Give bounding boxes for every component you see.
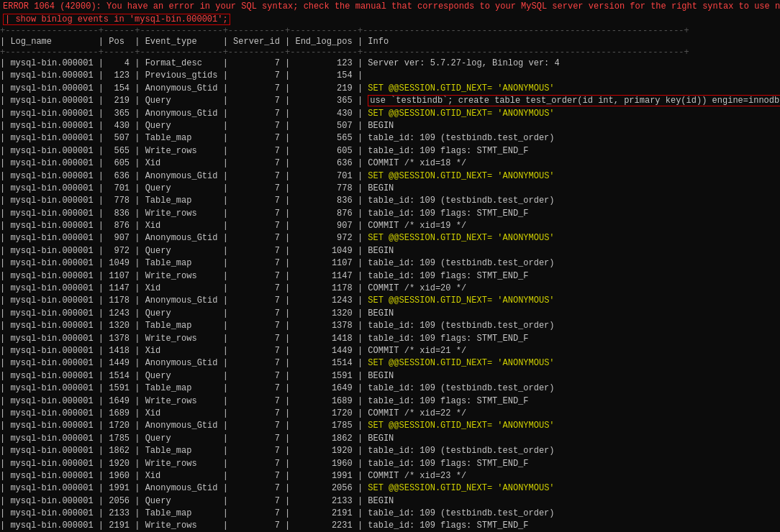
table-section: +------------------+------+-------------…: [0, 26, 780, 532]
table-row: | mysql-bin.000001 | 1920 | Write_rows |…: [0, 458, 780, 470]
table-row: | mysql-bin.000001 | 1591 | Table_map | …: [0, 382, 780, 395]
table-row: | mysql-bin.000001 | 1862 | Table_map | …: [0, 445, 780, 457]
error-line-2: | show binlog events in 'mysql-bin.00000…: [0, 13, 780, 26]
table-row: | mysql-bin.000001 | 1178 | Anonymous_Gt…: [0, 295, 780, 307]
table-row: | mysql-bin.000001 | 1960 | Xid | 7 | 19…: [0, 470, 780, 482]
table-row: | mysql-bin.000001 | 636 | Anonymous_Gti…: [0, 170, 780, 183]
table-row: | mysql-bin.000001 | 1107 | Write_rows |…: [0, 270, 780, 283]
table-row: | mysql-bin.000001 | 430 | Query | 7 | 5…: [0, 120, 780, 132]
table-row: | mysql-bin.000001 | 605 | Xid | 7 | 636…: [0, 157, 780, 170]
table-row: | mysql-bin.000001 | 565 | Write_rows | …: [0, 145, 780, 157]
table-row: | mysql-bin.000001 | 1378 | Write_rows |…: [0, 333, 780, 345]
table-row: | mysql-bin.000001 | 701 | Query | 7 | 7…: [0, 183, 780, 195]
table-row: | mysql-bin.000001 | 2133 | Table_map | …: [0, 508, 780, 520]
table-divider-top: +------------------+------+-------------…: [0, 26, 780, 36]
table-row: | mysql-bin.000001 | 1514 | Query | 7 | …: [0, 370, 780, 382]
table-row: | mysql-bin.000001 | 1649 | Write_rows |…: [0, 395, 780, 408]
error-section: ERROR 1064 (42000): You have an error in…: [0, 0, 780, 26]
table-row: | mysql-bin.000001 | 972 | Query | 7 | 1…: [0, 245, 780, 257]
table-row: | mysql-bin.000001 | 1049 | Table_map | …: [0, 257, 780, 270]
table-row: | mysql-bin.000001 | 4 | Format_desc | 7…: [0, 58, 780, 70]
table-row: | mysql-bin.000001 | 1785 | Query | 7 | …: [0, 433, 780, 445]
table-row: | mysql-bin.000001 | 1418 | Xid | 7 | 14…: [0, 345, 780, 357]
table-row: | mysql-bin.000001 | 1991 | Anonymous_Gt…: [0, 482, 780, 495]
table-row: | mysql-bin.000001 | 876 | Xid | 7 | 907…: [0, 220, 780, 232]
table-row: | mysql-bin.000001 | 154 | Anonymous_Gti…: [0, 83, 780, 95]
table-row: | mysql-bin.000001 | 1689 | Xid | 7 | 17…: [0, 408, 780, 420]
table-row: | mysql-bin.000001 | 1147 | Xid | 7 | 11…: [0, 283, 780, 295]
table-row: | mysql-bin.000001 | 1320 | Table_map | …: [0, 320, 780, 332]
table-row: | mysql-bin.000001 | 219 | Query | 7 | 3…: [0, 95, 780, 107]
table-row: | mysql-bin.000001 | 907 | Anonymous_Gti…: [0, 232, 780, 244]
table-divider-header: +------------------+------+-------------…: [0, 47, 780, 58]
table-row: | mysql-bin.000001 | 778 | Table_map | 7…: [0, 195, 780, 207]
table-row: | mysql-bin.000001 | 507 | Table_map | 7…: [0, 132, 780, 145]
table-row: | mysql-bin.000001 | 836 | Write_rows | …: [0, 208, 780, 220]
terminal: ERROR 1064 (42000): You have an error in…: [0, 0, 780, 532]
table-row: | mysql-bin.000001 | 123 | Previous_gtid…: [0, 70, 780, 82]
table-row: | mysql-bin.000001 | 1243 | Query | 7 | …: [0, 308, 780, 320]
table-row: | mysql-bin.000001 | 365 | Anonymous_Gti…: [0, 108, 780, 120]
error-line-1: ERROR 1064 (42000): You have an error in…: [0, 0, 780, 13]
table-row: | mysql-bin.000001 | 2191 | Write_rows |…: [0, 520, 780, 532]
table-header: | Log_name | Pos | Event_type | Server_i…: [0, 36, 780, 47]
table-row: | mysql-bin.000001 | 2056 | Query | 7 | …: [0, 495, 780, 508]
table-row: | mysql-bin.000001 | 1449 | Anonymous_Gt…: [0, 357, 780, 370]
table-row: | mysql-bin.000001 | 1720 | Anonymous_Gt…: [0, 420, 780, 432]
